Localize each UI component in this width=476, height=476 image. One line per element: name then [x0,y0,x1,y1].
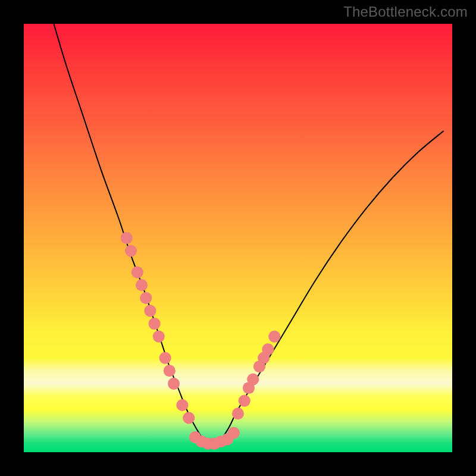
data-point [168,378,180,390]
data-point [131,267,143,278]
data-point [262,343,274,355]
data-point [268,331,280,343]
data-point [153,331,165,343]
plot-area [24,24,452,452]
data-point [136,279,148,291]
watermark-text: TheBottleneck.com [343,4,468,20]
data-point [140,292,152,304]
data-point [159,352,171,364]
scatter-dots [121,232,281,450]
data-point [228,427,240,439]
data-point [121,232,133,244]
data-point [176,399,188,411]
chart-svg [24,24,452,452]
data-point [164,365,176,377]
data-point [125,245,137,257]
data-point [144,305,156,317]
data-point [239,395,250,407]
data-point [247,374,259,386]
data-point [149,318,161,330]
data-point [183,412,195,424]
data-point [232,408,244,419]
chart-frame: TheBottleneck.com [0,0,476,476]
